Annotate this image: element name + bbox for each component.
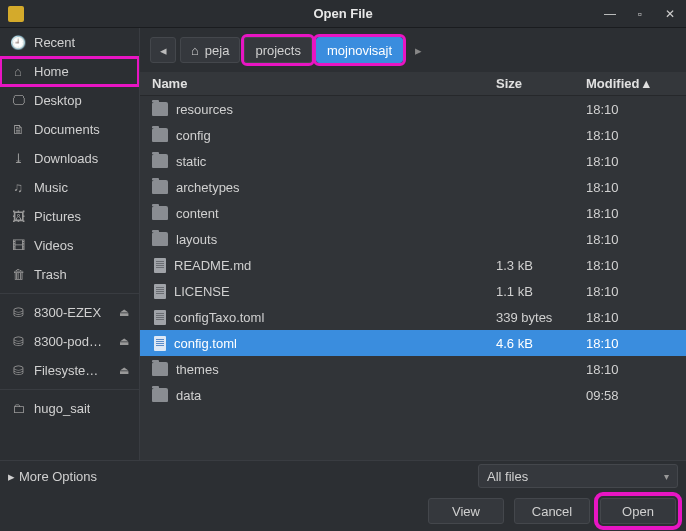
file-name: content [176, 206, 219, 221]
sidebar-item-dev1[interactable]: ⛁8300-EZEX⏏ [0, 298, 139, 327]
eject-icon[interactable]: ⏏ [119, 335, 129, 348]
file-list-header: Name Size Modified ▴ [140, 72, 686, 96]
titlebar: Open File — ▫ ✕ [0, 0, 686, 28]
sidebar-item-dev2[interactable]: ⛁8300-pod…⏏ [0, 327, 139, 356]
file-name: layouts [176, 232, 217, 247]
window-controls: — ▫ ✕ [602, 7, 678, 21]
drive-icon: ⛁ [10, 334, 26, 349]
file-row[interactable]: config.toml4.6 kB18:10 [140, 330, 686, 356]
folder-icon [152, 180, 168, 194]
file-name: LICENSE [174, 284, 230, 299]
file-modified: 18:10 [586, 362, 686, 377]
folder-icon [152, 362, 168, 376]
breadcrumb-current[interactable]: mojnovisajt [316, 37, 403, 63]
file-size: 1.1 kB [496, 284, 586, 299]
view-button[interactable]: View [428, 498, 504, 524]
sidebar-item-label: Desktop [34, 93, 82, 108]
nav-back-button[interactable]: ◂ [150, 37, 176, 63]
file-modified: 18:10 [586, 258, 686, 273]
home-icon: ⌂ [191, 43, 199, 58]
file-row[interactable]: archetypes18:10 [140, 174, 686, 200]
column-header-name[interactable]: Name [140, 72, 496, 95]
file-filter-select[interactable]: All files ▾ [478, 464, 678, 488]
minimize-button[interactable]: — [602, 7, 618, 21]
file-row[interactable]: data09:58 [140, 382, 686, 408]
chevron-down-icon: ▾ [664, 471, 669, 482]
breadcrumb-peja[interactable]: ⌂peja [180, 37, 240, 63]
sidebar-item-label: Documents [34, 122, 100, 137]
folder-icon [152, 232, 168, 246]
folder-icon [152, 388, 168, 402]
breadcrumb-label: mojnovisajt [327, 43, 392, 58]
file-modified: 18:10 [586, 102, 686, 117]
close-button[interactable]: ✕ [662, 7, 678, 21]
path-expand-button[interactable]: ▸ [407, 37, 429, 63]
sidebar-item-dev3[interactable]: ⛁Filesyste…⏏ [0, 356, 139, 385]
sort-indicator-icon: ▴ [643, 76, 650, 91]
file-name: resources [176, 102, 233, 117]
file-modified: 18:10 [586, 206, 686, 221]
sidebar-item-home[interactable]: ⌂Home [0, 57, 139, 86]
file-name: data [176, 388, 201, 403]
file-modified: 18:10 [586, 128, 686, 143]
file-modified: 18:10 [586, 310, 686, 325]
breadcrumb-projects[interactable]: projects [244, 37, 312, 63]
chevron-right-icon: ▸ [8, 469, 15, 484]
file-name: config [176, 128, 211, 143]
maximize-button[interactable]: ▫ [632, 7, 648, 21]
sidebar-item-hugo[interactable]: 🗀hugo_sait [0, 394, 139, 423]
home-icon: ⌂ [10, 64, 26, 79]
documents-icon: 🗎 [10, 122, 26, 137]
videos-icon: 🎞 [10, 238, 26, 253]
file-row[interactable]: static18:10 [140, 148, 686, 174]
sidebar-item-recent[interactable]: 🕘Recent [0, 28, 139, 57]
file-icon [154, 310, 166, 325]
column-header-size[interactable]: Size [496, 72, 586, 95]
folder-icon [152, 206, 168, 220]
sidebar-item-music[interactable]: ♫Music [0, 173, 139, 202]
drive-icon: ⛁ [10, 305, 26, 320]
eject-icon[interactable]: ⏏ [119, 364, 129, 377]
file-row[interactable]: resources18:10 [140, 96, 686, 122]
sidebar-item-label: Filesyste… [34, 363, 98, 378]
sidebar-item-desktop[interactable]: 🖵Desktop [0, 86, 139, 115]
window-title: Open File [0, 6, 686, 21]
clock-icon: 🕘 [10, 35, 26, 50]
file-modified: 18:10 [586, 284, 686, 299]
open-button[interactable]: Open [600, 498, 676, 524]
folder-icon: 🗀 [10, 401, 26, 416]
sidebar-item-pictures[interactable]: 🖼Pictures [0, 202, 139, 231]
more-options-toggle[interactable]: ▸ More Options [8, 469, 97, 484]
desktop-icon: 🖵 [10, 93, 26, 108]
file-modified: 18:10 [586, 336, 686, 351]
file-row[interactable]: config18:10 [140, 122, 686, 148]
file-row[interactable]: configTaxo.toml339 bytes18:10 [140, 304, 686, 330]
eject-icon[interactable]: ⏏ [119, 306, 129, 319]
sidebar-separator [0, 293, 139, 294]
sidebar-item-label: Trash [34, 267, 67, 282]
sidebar-item-label: 8300-EZEX [34, 305, 101, 320]
pictures-icon: 🖼 [10, 209, 26, 224]
sidebar-item-trash[interactable]: 🗑Trash [0, 260, 139, 289]
sidebar-item-label: 8300-pod… [34, 334, 102, 349]
trash-icon: 🗑 [10, 267, 26, 282]
file-name: config.toml [174, 336, 237, 351]
file-name: README.md [174, 258, 251, 273]
file-row[interactable]: content18:10 [140, 200, 686, 226]
cancel-button[interactable]: Cancel [514, 498, 590, 524]
sidebar-item-videos[interactable]: 🎞Videos [0, 231, 139, 260]
file-row[interactable]: README.md1.3 kB18:10 [140, 252, 686, 278]
file-row[interactable]: layouts18:10 [140, 226, 686, 252]
file-row[interactable]: LICENSE1.1 kB18:10 [140, 278, 686, 304]
file-size: 4.6 kB [496, 336, 586, 351]
breadcrumb-label: projects [255, 43, 301, 58]
breadcrumb-label: peja [205, 43, 230, 58]
sidebar-item-label: Pictures [34, 209, 81, 224]
music-icon: ♫ [10, 180, 26, 195]
file-size: 339 bytes [496, 310, 586, 325]
file-name: static [176, 154, 206, 169]
sidebar-item-downloads[interactable]: ⤓Downloads [0, 144, 139, 173]
sidebar-item-documents[interactable]: 🗎Documents [0, 115, 139, 144]
column-header-modified[interactable]: Modified ▴ [586, 72, 686, 95]
file-row[interactable]: themes18:10 [140, 356, 686, 382]
